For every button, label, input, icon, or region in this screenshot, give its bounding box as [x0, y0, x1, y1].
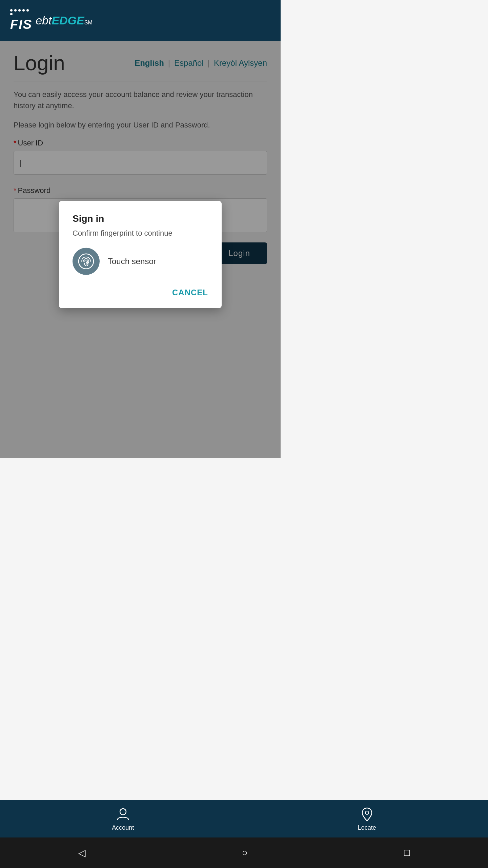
dialog-subtitle: Confirm fingerprint to continue — [73, 229, 208, 238]
logo-sm: SM — [84, 20, 93, 26]
main-content: Login English | Español | Kreyòl Ayisyen… — [0, 41, 281, 458]
logo-dots — [10, 9, 29, 15]
signin-dialog: Sign in Confirm fingerprint to continue … — [59, 201, 222, 308]
logo-edge: EDGE — [52, 14, 84, 27]
app-header: FIS ebt EDGE SM — [0, 0, 281, 41]
logo-ebt: ebt — [36, 14, 52, 27]
fingerprint-icon — [78, 253, 95, 270]
cancel-button[interactable]: CANCEL — [172, 285, 208, 300]
touch-sensor-label: Touch sensor — [108, 257, 156, 266]
app-logo: FIS ebt EDGE SM — [10, 9, 93, 32]
dialog-title: Sign in — [73, 213, 208, 224]
fingerprint-icon-container — [73, 248, 100, 275]
fingerprint-row: Touch sensor — [73, 248, 208, 275]
dialog-actions: CANCEL — [73, 285, 208, 300]
logo-fis: FIS — [10, 17, 32, 32]
